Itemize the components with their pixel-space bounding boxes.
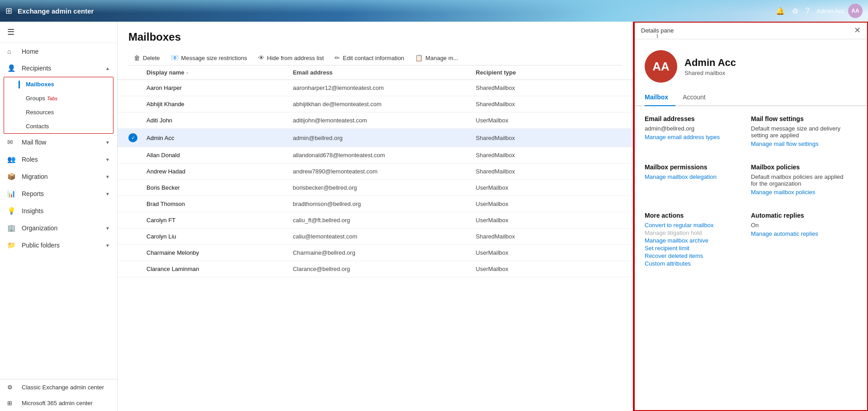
row-display-name: Abhijit Khande — [146, 101, 293, 107]
classic-eac-icon: ⚙ — [7, 384, 16, 391]
sidebar-item-home[interactable]: ⌂ Home — [0, 43, 117, 60]
manage-button[interactable]: 📋 Manage m... — [410, 51, 463, 65]
waffle-icon[interactable]: ⊞ — [5, 6, 12, 16]
table-row[interactable]: Aaron Harper aaronharper12@lemonteatest.… — [118, 80, 633, 96]
header-email[interactable]: Email address — [293, 69, 476, 76]
message-size-icon: 📧 — [171, 54, 179, 61]
row-display-name: Andrew Hadad — [146, 168, 293, 175]
table-row[interactable]: Boris Becker borisbecker@bellred.org Use… — [118, 180, 633, 196]
manage-delegation-link[interactable]: Manage mailbox delegation — [645, 173, 744, 180]
manage-policies-link[interactable]: Manage mailbox policies — [751, 189, 850, 196]
mailbox-archive-link[interactable]: Manage mailbox archive — [645, 237, 744, 244]
row-recipient-type: SharedMailbox — [476, 101, 622, 107]
settings-icon[interactable]: ⚙ — [792, 7, 798, 15]
profile-type: Shared mailbox — [684, 70, 736, 76]
edit-contact-icon: ✏ — [335, 54, 340, 61]
details-close-button[interactable]: ✕ — [854, 25, 861, 35]
details-pane-label: Details pane — [641, 27, 674, 34]
sidebar-item-contacts[interactable]: Contacts — [4, 119, 113, 133]
topbar-right: 🔔 ⚙ ? Admin Acc AA — [776, 4, 863, 18]
row-email: admin@bellred.org — [293, 135, 476, 141]
selected-check-icon: ✓ — [128, 133, 137, 142]
table-row[interactable]: ✓ Admin Acc admin@bellred.org SharedMail… — [118, 129, 633, 147]
header-type[interactable]: Recipient type — [476, 69, 622, 76]
table-row[interactable]: Aditi John aditijohn@lemonteatest.com Us… — [118, 112, 633, 129]
edit-contact-button[interactable]: ✏ Edit contact information — [329, 51, 410, 65]
table-row[interactable]: Abhijit Khande abhijitkhan de@lemonteate… — [118, 96, 633, 112]
details-section-email-addresses: Email addresses admin@bellred.org Manage… — [645, 106, 751, 154]
row-display-name: Carolyn FT — [146, 217, 293, 224]
row-email: aditijohn@lemonteatest.com — [293, 117, 476, 124]
row-display-name: Carolyn Liu — [146, 233, 293, 240]
row-recipient-type: UserMailbox — [476, 266, 622, 272]
sidebar-item-publicfolders[interactable]: 📁 Public folders ▼ — [0, 237, 117, 254]
manage-auto-replies-link[interactable]: Manage automatic replies — [751, 230, 850, 237]
header-name[interactable]: Display name ↑ — [146, 69, 293, 76]
table-row[interactable]: Allan Donald allandonald678@lemonteatest… — [118, 147, 633, 163]
sidebar-item-roles[interactable]: 👥 Roles ▼ — [0, 151, 117, 168]
sidebar-item-classic-eac[interactable]: ⚙ Classic Exchange admin center — [0, 379, 117, 395]
table-row[interactable]: Carolyn FT caliu_ft@ft.bellred.org UserM… — [118, 212, 633, 229]
table-rows-container: Aaron Harper aaronharper12@lemonteatest.… — [118, 80, 633, 277]
tab-account[interactable]: Account — [675, 90, 713, 106]
mailbox-policies-text: Default mailbox policies are applied for… — [751, 173, 850, 187]
recipients-sub-group: Mailboxes Groups Tabs Resources Contacts — [4, 77, 113, 134]
page-title: Mailboxes — [128, 31, 622, 43]
delete-label: Delete — [143, 55, 160, 61]
sidebar-item-m365-admin[interactable]: ⊞ Microsoft 365 admin center — [0, 395, 117, 411]
notification-icon[interactable]: 🔔 — [776, 7, 785, 15]
manage-mailflow-link[interactable]: Manage mail flow settings — [751, 140, 850, 147]
main-layout: ☰ ⌂ Home 👤 Recipients ▲ Mailboxes Groups… — [0, 22, 868, 411]
recipient-limit-link[interactable]: Set recipient limit — [645, 245, 744, 252]
details-section-auto-replies: Automatic replies On Manage automatic re… — [751, 203, 857, 274]
row-display-name: Brad Thomson — [146, 201, 293, 207]
sidebar-toggle[interactable]: ☰ — [0, 22, 117, 43]
hide-address-icon: 👁 — [258, 54, 264, 61]
row-email: abhijitkhan de@lemonteatest.com — [293, 101, 476, 107]
row-email: caliu_ft@ft.bellred.org — [293, 217, 476, 224]
mailflow-text: Default message size and delivery settin… — [751, 125, 850, 139]
message-size-button[interactable]: 📧 Message size restrictions — [165, 51, 253, 65]
row-display-name: Allan Donald — [146, 152, 293, 159]
hide-address-button[interactable]: 👁 Hide from address list — [253, 51, 330, 65]
chevron-down-icon: ▼ — [105, 140, 110, 145]
sidebar-item-mailflow[interactable]: ✉ Mail flow ▼ — [0, 134, 117, 151]
recover-deleted-link[interactable]: Recover deleted items — [645, 252, 744, 259]
sidebar-item-organization[interactable]: 🏢 Organization ▼ — [0, 220, 117, 237]
custom-attributes-link[interactable]: Custom attributes — [645, 260, 744, 267]
home-icon: ⌂ — [7, 47, 16, 55]
table-row[interactable]: Andrew Hadad andrew7890@lemonteatest.com… — [118, 163, 633, 180]
chevron-down-icon: ▼ — [105, 174, 110, 179]
email-addresses-title: Email addresses — [645, 115, 744, 122]
row-recipient-type: UserMailbox — [476, 117, 622, 124]
sidebar-item-migration[interactable]: 📦 Migration ▼ — [0, 168, 117, 185]
groups-label: Groups — [26, 95, 45, 102]
sidebar-item-mailboxes[interactable]: Mailboxes — [4, 77, 113, 91]
profile-info: Admin Acc Shared mailbox — [684, 57, 736, 76]
tab-mailbox[interactable]: Mailbox — [645, 90, 675, 106]
sidebar-item-groups[interactable]: Groups Tabs — [4, 91, 113, 105]
table-row[interactable]: Clarance Laminman Clarance@bellred.org U… — [118, 261, 633, 277]
delete-button[interactable]: 🗑 Delete — [128, 51, 165, 65]
contacts-label: Contacts — [26, 123, 49, 130]
details-tabs: Mailbox Account — [634, 90, 868, 106]
topbar: ⊞ Exchange admin center 🔔 ⚙ ? Admin Acc … — [0, 0, 868, 22]
table-row[interactable]: Carolyn Liu caliu@lemonteatest.com Share… — [118, 229, 633, 245]
sidebar-item-resources[interactable]: Resources — [4, 105, 113, 119]
convert-regular-link[interactable]: Convert to regular mailbox — [645, 222, 744, 229]
mailflow-title: Mail flow settings — [751, 115, 850, 122]
insights-icon: 💡 — [7, 207, 16, 215]
sidebar-item-insights[interactable]: 💡 Insights — [0, 202, 117, 220]
help-icon[interactable]: ? — [806, 7, 810, 15]
sidebar-item-reports[interactable]: 📊 Reports ▼ — [0, 185, 117, 202]
sidebar-item-recipients[interactable]: 👤 Recipients ▲ — [0, 60, 117, 77]
row-display-name: Charmaine Melonby — [146, 249, 293, 256]
manage-email-types-link[interactable]: Manage email address types — [645, 134, 744, 140]
table-row[interactable]: Charmaine Melonby Charmaine@bellred.org … — [118, 245, 633, 261]
reports-icon: 📊 — [7, 190, 16, 198]
sidebar-item-label: Organization — [22, 224, 105, 232]
user-menu[interactable]: Admin Acc AA — [817, 4, 863, 18]
row-display-name: Aditi John — [146, 117, 293, 124]
table-row[interactable]: Brad Thomson bradthomson@bellred.org Use… — [118, 196, 633, 212]
row-check: ✓ — [128, 133, 146, 142]
